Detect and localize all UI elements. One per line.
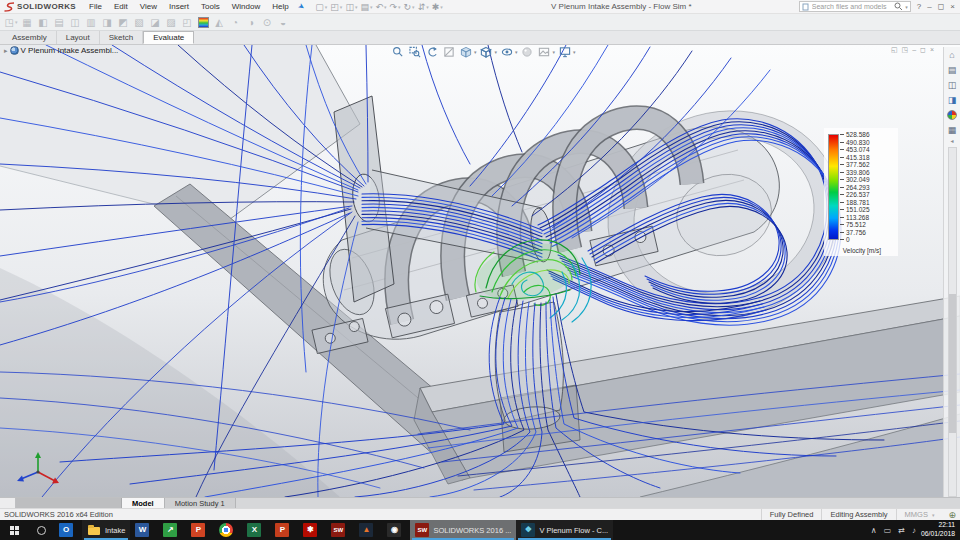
- search-box[interactable]: Search files and models ▾: [799, 1, 911, 12]
- cmd-icon[interactable]: ◑: [244, 15, 258, 29]
- document-tab[interactable]: Model: [122, 498, 165, 508]
- outlook-icon[interactable]: O: [54, 520, 82, 540]
- save-icon[interactable]: ◫▾: [344, 2, 358, 12]
- view-orientation-icon[interactable]: [458, 45, 473, 58]
- edit-appearance-icon[interactable]: [520, 45, 535, 58]
- volume-icon[interactable]: ♪: [912, 526, 916, 535]
- file-explorer-pane-icon[interactable]: ◫: [945, 77, 960, 92]
- cmd-icon[interactable]: ▤: [52, 15, 66, 29]
- view-palette-icon[interactable]: ◨: [945, 92, 960, 107]
- task-pane-scrollbar[interactable]: [948, 147, 957, 497]
- cmd-icon[interactable]: ⊙: [260, 15, 274, 29]
- apply-scene-caret-icon[interactable]: ▾: [553, 49, 556, 55]
- new-document-icon[interactable]: ▢▾: [314, 2, 328, 12]
- p-app-icon[interactable]: P: [186, 520, 214, 540]
- cmd-icon[interactable]: ▨: [164, 15, 178, 29]
- previous-view-icon[interactable]: [424, 45, 439, 58]
- chevron-up-icon[interactable]: ∧: [871, 526, 877, 535]
- cmd-icon[interactable]: ◭: [212, 15, 226, 29]
- taskbar-clock[interactable]: 22:11 06/01/2018: [921, 520, 960, 540]
- apply-scene-icon[interactable]: [537, 45, 552, 58]
- view-settings-caret-icon[interactable]: ▾: [573, 49, 576, 55]
- cmd-icon[interactable]: ◧: [36, 15, 50, 29]
- doc-pane2-icon[interactable]: ◳: [902, 46, 909, 54]
- feature-tree-root[interactable]: ▸ V Plenum Intake Assembl...: [4, 46, 118, 55]
- menu-item[interactable]: Insert: [164, 2, 194, 11]
- menu-item[interactable]: Tools: [196, 2, 225, 11]
- chart-app-icon[interactable]: ↗: [158, 520, 186, 540]
- expand-arrow-icon[interactable]: ▸: [4, 47, 8, 55]
- menu-item[interactable]: Edit: [109, 2, 133, 11]
- document-tab[interactable]: Motion Study 1: [165, 498, 236, 508]
- excel-icon[interactable]: X: [242, 520, 270, 540]
- file-explorer-icon[interactable]: Intake: [82, 520, 130, 540]
- cmd-icon[interactable]: ▦: [20, 15, 34, 29]
- network-icon[interactable]: ⇄: [898, 526, 905, 535]
- cmd-icon[interactable]: ◪: [148, 15, 162, 29]
- task-pane-collapse-icon[interactable]: ◂: [950, 137, 953, 144]
- close-button[interactable]: ×: [950, 2, 955, 11]
- graphics-viewport[interactable]: ▸ V Plenum Intake Assembl... ▾ ▾ ▾ ▾ ▾ ◱…: [0, 45, 960, 497]
- open-icon[interactable]: ◰▾: [329, 2, 343, 12]
- start-button[interactable]: [0, 520, 28, 540]
- cmd-icon[interactable]: ▧: [132, 15, 146, 29]
- help-button[interactable]: ?: [917, 2, 921, 11]
- section-view-icon[interactable]: [441, 45, 456, 58]
- search-caret-icon[interactable]: ▾: [905, 4, 908, 10]
- taskbar-window-flow[interactable]: ❖V Plenum Flow - C...: [516, 520, 613, 540]
- aperture-app-icon[interactable]: ◉: [382, 520, 410, 540]
- cmd-icon[interactable]: ▥: [84, 15, 98, 29]
- graphics-canvas[interactable]: [0, 45, 960, 497]
- cmd-icon[interactable]: ◒: [276, 15, 290, 29]
- flow-simulation-results-icon[interactable]: [196, 15, 210, 29]
- powerpoint-icon[interactable]: P: [270, 520, 298, 540]
- taskbar-window-solidworks[interactable]: SWSOLIDWORKS 2016 ...: [410, 520, 516, 540]
- word-icon[interactable]: W: [130, 520, 158, 540]
- doc-close-icon[interactable]: ×: [930, 46, 934, 54]
- matlab-icon[interactable]: ▲: [354, 520, 382, 540]
- doc-minimize-icon[interactable]: –: [912, 46, 916, 54]
- cmd-icon[interactable]: ◨: [100, 15, 114, 29]
- menu-item[interactable]: File: [84, 2, 107, 11]
- doc-pane-icon[interactable]: ◱: [891, 46, 898, 54]
- menu-item[interactable]: Help: [267, 2, 293, 11]
- pin-menu-icon[interactable]: ➤: [296, 1, 307, 12]
- redo-icon[interactable]: ↷▾: [389, 2, 402, 12]
- cmd-icon[interactable]: ◩: [116, 15, 130, 29]
- design-library-icon[interactable]: ▤: [945, 62, 960, 77]
- menu-item[interactable]: View: [135, 2, 162, 11]
- splitter-stub[interactable]: [0, 498, 16, 508]
- hide-show-items-icon[interactable]: [499, 45, 514, 58]
- custom-properties-icon[interactable]: ▦: [945, 122, 960, 137]
- command-tab[interactable]: Assembly: [3, 31, 57, 44]
- horizontal-scrollbar-thumb[interactable]: [16, 498, 122, 508]
- status-item[interactable]: MMGS▾: [896, 509, 943, 520]
- battery-icon[interactable]: ▭: [884, 526, 892, 535]
- cortana-search-icon[interactable]: [28, 520, 54, 540]
- view-settings-icon[interactable]: [557, 45, 572, 58]
- display-style-icon[interactable]: [479, 45, 494, 58]
- file-properties-icon[interactable]: ⇵▾: [417, 2, 430, 12]
- cmd-icon[interactable]: ◫: [68, 15, 82, 29]
- rebuild-icon[interactable]: ↻▾: [403, 2, 416, 12]
- red-app-icon[interactable]: ✱: [298, 520, 326, 540]
- cmd-icon[interactable]: ◔: [228, 15, 242, 29]
- view-orientation-caret-icon[interactable]: ▾: [474, 49, 477, 55]
- hide-show-caret-icon[interactable]: ▾: [515, 49, 518, 55]
- options-icon[interactable]: ✱▾: [431, 2, 444, 12]
- cmd-icon[interactable]: ◳: [4, 15, 18, 29]
- units-globe-icon[interactable]: ⊕: [948, 510, 956, 520]
- appearances-icon[interactable]: [945, 107, 960, 122]
- undo-icon[interactable]: ↶▾: [374, 2, 387, 12]
- zoom-fit-icon[interactable]: [390, 45, 405, 58]
- restore-button[interactable]: ◻: [938, 2, 945, 11]
- command-tab[interactable]: Layout: [57, 31, 100, 44]
- scrollbar-thumb[interactable]: [949, 294, 956, 433]
- menu-item[interactable]: Window: [227, 2, 265, 11]
- command-tab[interactable]: Sketch: [100, 31, 143, 44]
- velocity-legend[interactable]: 528.586490.830453.074415.318377.562339.8…: [824, 128, 898, 256]
- zoom-area-icon[interactable]: [407, 45, 422, 58]
- print-icon[interactable]: ▤▾: [359, 2, 373, 12]
- status-item[interactable]: Editing Assembly▾: [821, 509, 895, 520]
- solidworks-icon[interactable]: SW: [326, 520, 354, 540]
